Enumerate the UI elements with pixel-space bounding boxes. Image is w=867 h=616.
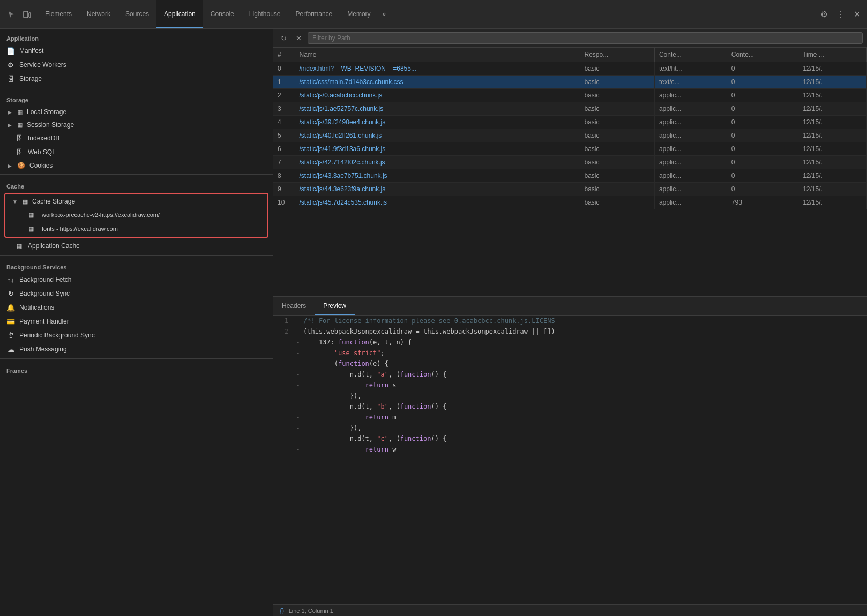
sidebar-item-push-messaging[interactable]: ☁ Push Messaging [0,342,273,356]
device-icon[interactable] [20,8,33,21]
table-row[interactable]: 2/static/js/0.acabcbcc.chunk.jsbasicappl… [273,89,867,102]
col-num: # [273,48,295,62]
table-row[interactable]: 7/static/js/42.7142f02c.chunk.jsbasicapp… [273,156,867,169]
cell-num: 0 [273,62,295,76]
cursor-icon[interactable] [4,8,17,21]
sidebar-item-storage-main[interactable]: 🗄 Storage [0,72,273,86]
table-row[interactable]: 0/index.html?__WB_REVISION__=6855...basi… [273,62,867,76]
table-row[interactable]: 1/static/css/main.7d14b3cc.chunk.cssbasi… [273,76,867,89]
preview-tabs: Headers Preview [273,297,867,316]
sidebar-item-cache-storage[interactable]: ▦ Cache Storage [5,195,267,208]
background-services-label: Background Services [0,258,273,273]
divider1 [0,88,273,88]
sidebar-item-cache-entry2[interactable]: ▦ fonts - https://excalidraw.com [5,222,267,236]
code-view[interactable]: 1 /*! For license information please see… [273,316,867,604]
sidebar-item-cookies[interactable]: 🍪 Cookies [0,159,273,172]
cache-storage-icon: ▦ [23,198,28,205]
cell-time: 12/15/. [798,102,867,116]
sidebar-item-service-workers[interactable]: ⚙ Service Workers [0,58,273,72]
service-workers-icon: ⚙ [6,61,15,69]
table-row[interactable]: 9/static/js/44.3e623f9a.chunk.jsbasicapp… [273,183,867,196]
cell-content2: 793 [727,196,798,209]
code-line-13: - return w [273,445,867,455]
tab-console[interactable]: Console [203,0,242,28]
sidebar-item-payment-handler[interactable]: 💳 Payment Handler [0,314,273,328]
cell-name: /static/js/39.f2490ee4.chunk.js [295,116,580,129]
cell-content1: applic... [654,89,727,102]
table-row[interactable]: 10/static/js/45.7d24c535.chunk.jsbasicap… [273,196,867,209]
cell-num: 6 [273,142,295,156]
table-row[interactable]: 3/static/js/1.ae52757c.chunk.jsbasicappl… [273,102,867,116]
code-line-4: - "use strict"; [273,348,867,359]
sidebar-item-local-storage[interactable]: ▦ Local Storage [0,106,273,118]
payment-handler-icon: 💳 [6,317,15,326]
devtools-icons [4,8,33,21]
cell-name: /static/js/45.7d24c535.chunk.js [295,196,580,209]
cell-time: 12/15/. [798,183,867,196]
cell-content2: 0 [727,156,798,169]
cell-time: 12/15/. [798,116,867,129]
cell-time: 12/15/. [798,169,867,183]
background-sync-icon: ↻ [6,289,15,298]
status-text: Line 1, Column 1 [289,607,333,614]
table-row[interactable]: 5/static/js/40.fd2ff261.chunk.jsbasicapp… [273,129,867,142]
sidebar-item-notifications[interactable]: 🔔 Notifications [0,301,273,314]
code-line-10: - return m [273,412,867,423]
cell-content1: applic... [654,196,727,209]
cell-content2: 0 [727,183,798,196]
cell-response: basic [580,62,654,76]
cell-response: basic [580,76,654,89]
cell-content2: 0 [727,142,798,156]
tab-performance[interactable]: Performance [288,0,340,28]
tab-application[interactable]: Application [156,0,203,28]
cell-content2: 0 [727,102,798,116]
code-line-12: - n.d(t, "c", (function() { [273,434,867,445]
code-line-1: 1 /*! For license information please see… [273,316,867,327]
sidebar-item-application-cache[interactable]: ▦ Application Cache [0,239,273,253]
braces-icon: {} [280,606,285,614]
cell-num: 2 [273,89,295,102]
sidebar-item-indexed-db[interactable]: 🗄 IndexedDB [0,131,273,145]
tab-more[interactable]: » [378,0,391,28]
background-fetch-icon: ↑↓ [6,275,15,284]
sidebar-item-periodic-sync[interactable]: ⏱ Periodic Background Sync [0,328,273,342]
code-line-3: - 137: function(e, t, n) { [273,337,867,348]
table-row[interactable]: 8/static/js/43.3ae7b751.chunk.jsbasicapp… [273,169,867,183]
filter-input[interactable] [308,32,863,44]
tab-elements[interactable]: Elements [38,0,79,28]
tab-preview[interactable]: Preview [315,297,355,315]
table-row[interactable]: 4/static/js/39.f2490ee4.chunk.jsbasicapp… [273,116,867,129]
cell-name: /static/js/43.3ae7b751.chunk.js [295,169,580,183]
sidebar-item-cache-entry1[interactable]: ▦ workbox-precache-v2-https://excalidraw… [5,208,267,222]
clear-button[interactable]: ✕ [293,32,304,44]
application-cache-icon: ▦ [15,242,24,250]
tab-memory[interactable]: Memory [340,0,378,28]
more-options-icon[interactable]: ⋮ [834,7,847,21]
close-devtools-icon[interactable]: ✕ [851,7,863,21]
tab-sources[interactable]: Sources [118,0,156,28]
cell-response: basic [580,116,654,129]
cell-time: 12/15/. [798,196,867,209]
cell-name: /static/js/42.7142f02c.chunk.js [295,156,580,169]
refresh-button[interactable]: ↻ [278,32,289,44]
sidebar-item-background-sync[interactable]: ↻ Background Sync [0,287,273,301]
sidebar-item-manifest[interactable]: 📄 Manifest [0,44,273,58]
notifications-icon: 🔔 [6,303,15,312]
cell-response: basic [580,183,654,196]
svg-rect-1 [29,13,31,17]
tab-network[interactable]: Network [79,0,118,28]
cell-content1: applic... [654,183,727,196]
sidebar-item-web-sql[interactable]: 🗄 Web SQL [0,145,273,159]
code-line-9: - n.d(t, "b", (function() { [273,402,867,412]
cell-time: 12/15/. [798,76,867,89]
tab-headers[interactable]: Headers [273,297,315,315]
cell-name: /static/js/1.ae52757c.chunk.js [295,102,580,116]
tab-lighthouse[interactable]: Lighthouse [242,0,288,28]
table-row[interactable]: 6/static/js/41.9f3d13a6.chunk.jsbasicapp… [273,142,867,156]
cell-name: /index.html?__WB_REVISION__=6855... [295,62,580,76]
settings-icon[interactable]: ⚙ [818,7,830,21]
sidebar-item-session-storage[interactable]: ▦ Session Storage [0,118,273,131]
frames-section-label: Frames [0,361,273,376]
sidebar-item-background-fetch[interactable]: ↑↓ Background Fetch [0,273,273,287]
cell-content1: text/c... [654,76,727,89]
